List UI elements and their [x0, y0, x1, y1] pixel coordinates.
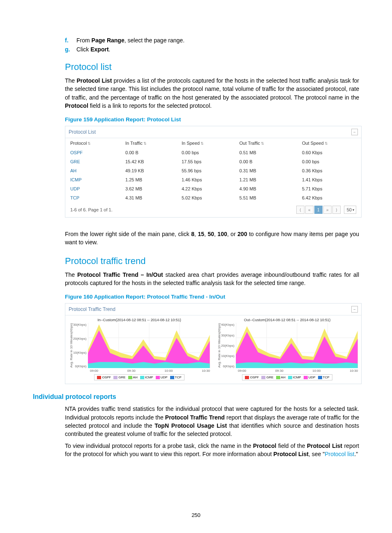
table-row: AH 49.19 KB55.96 bps 0.31 MB0.36 Kbps	[65, 166, 361, 175]
col-protocol[interactable]: Protocol⇅	[65, 138, 120, 148]
protocol-link[interactable]: TCP	[65, 193, 120, 202]
chart-legend: OSPFGREAHICMPUDPTCP	[242, 374, 332, 380]
x-axis-ticks: 09:0009:3010:0010:30	[90, 369, 210, 373]
pager-summary: 1-6 of 6. Page 1 of 1.	[70, 207, 113, 212]
pager-controls: ⟨ « 1 » ⟩ 50 ▾	[296, 206, 356, 214]
legend-item[interactable]: GRE	[113, 375, 125, 379]
minimize-icon[interactable]: −	[351, 306, 358, 313]
legend-item[interactable]: OSPF	[245, 375, 259, 379]
col-in-traffic[interactable]: In Traffic⇅	[120, 138, 177, 148]
pager-current[interactable]: 1	[314, 206, 323, 214]
heading-protocol-list: Protocol list	[65, 62, 359, 72]
page-number: 250	[0, 512, 392, 518]
traffic-trend-panel: Protocol Traffic Trend − In--Custom(2014…	[65, 303, 362, 384]
para-individual-1: NTA provides traffic trend statistics fo…	[65, 405, 359, 438]
legend-item[interactable]: TCP	[318, 375, 330, 379]
legend-item[interactable]: AH	[128, 375, 138, 379]
protocol-link[interactable]: UDP	[65, 184, 120, 193]
legend-item[interactable]: ICMP	[288, 375, 301, 379]
y-axis-ticks: 30(Kbps)20(Kbps)10(Kbps)0(Kbps)	[73, 323, 88, 368]
heading-traffic-trend: Protocol traffic trend	[65, 256, 359, 266]
y-axis-label: Avg. Rate in 10 Minutes(Kbps)	[217, 323, 221, 368]
protocol-link[interactable]: AH	[65, 166, 120, 175]
protocol-link[interactable]: OSPF	[65, 148, 120, 157]
table-row: ICMP 1.25 MB1.46 Kbps 1.21 MB1.41 Kbps	[65, 175, 361, 184]
table-row: UDP 3.62 MB4.22 Kbps 4.90 MB5.71 Kbps	[65, 184, 361, 193]
pager-last[interactable]: ⟩	[332, 206, 341, 214]
y-axis-ticks: 40(Kbps)30(Kbps)20(Kbps)10(Kbps)0(Kbps)	[221, 323, 236, 368]
protocol-list-panel: Protocol List − Protocol⇅ In Traffic⇅ In…	[65, 126, 362, 218]
legend-item[interactable]: GRE	[261, 375, 273, 379]
chart-title-in: In--Custom(2014-08-12 08:51 -- 2014-08-1…	[69, 318, 210, 322]
pager-next[interactable]: »	[323, 206, 332, 214]
plot-area-out	[236, 323, 358, 368]
figure-160-caption: Figure 160 Application Report: Protocol …	[65, 294, 359, 300]
page-size-select[interactable]: 50 ▾	[344, 206, 356, 214]
step-f: f. From Page Range, select the page rang…	[65, 37, 359, 44]
pager-prev[interactable]: «	[305, 206, 314, 214]
table-row: TCP 4.31 MB5.02 Kbps 5.51 MB6.42 Kbps	[65, 193, 361, 202]
sort-icon: ⇅	[325, 141, 328, 146]
sort-icon: ⇅	[143, 141, 147, 146]
col-in-speed[interactable]: In Speed⇅	[177, 138, 235, 148]
panel-title: Protocol Traffic Trend	[69, 306, 115, 312]
chart-out: Out--Custom(2014-08-12 08:51 -- 2014-08-…	[213, 315, 361, 384]
x-axis-ticks: 09:0009:3010:0010:30	[238, 369, 358, 373]
step-marker: f.	[65, 37, 76, 44]
table-row: OSPF 0.00 B0.00 bps 0.51 MB0.60 Kbps	[65, 148, 361, 157]
para-traffic-trend: The Protocol Traffic Trend – In/Out stac…	[65, 271, 359, 287]
legend-item[interactable]: UDP	[156, 375, 168, 379]
para-protocol-list: The Protocol List provides a list of the…	[65, 76, 359, 110]
para-individual-2: To view individual protocol reports for …	[65, 442, 359, 459]
chart-legend: OSPFGREAHICMPUDPTCP	[94, 374, 184, 380]
figure-159-caption: Figure 159 Application Report: Protocol …	[65, 116, 359, 123]
sort-icon: ⇅	[88, 141, 91, 146]
chevron-down-icon: ▾	[353, 208, 354, 212]
protocol-link[interactable]: ICMP	[65, 175, 120, 184]
heading-individual-reports: Individual protocol reports	[33, 393, 359, 401]
legend-item[interactable]: ICMP	[140, 375, 153, 379]
protocol-table: Protocol⇅ In Traffic⇅ In Speed⇅ Out Traf…	[65, 138, 361, 202]
chart-in: In--Custom(2014-08-12 08:51 -- 2014-08-1…	[65, 315, 213, 384]
legend-item[interactable]: UDP	[304, 375, 316, 379]
para-pagesize: From the lower right side of the main pa…	[65, 230, 359, 247]
step-text: Click Export.	[76, 46, 359, 53]
y-axis-label: Avg. Rate in 10 Minutes(Kbps)	[69, 323, 73, 368]
plot-area-in	[88, 323, 210, 368]
sort-icon: ⇅	[201, 141, 204, 146]
step-text: From Page Range, select the page range.	[76, 37, 359, 44]
pager-row: 1-6 of 6. Page 1 of 1. ⟨ « 1 » ⟩ 50 ▾	[65, 202, 361, 217]
minimize-icon[interactable]: −	[351, 129, 358, 135]
chart-title-out: Out--Custom(2014-08-12 08:51 -- 2014-08-…	[217, 318, 358, 322]
link-protocol-list[interactable]: Protocol list	[325, 451, 354, 457]
table-row: GRE 15.42 KB17.55 bps 0.00 B0.00 bps	[65, 157, 361, 166]
pager-first[interactable]: ⟨	[296, 206, 304, 214]
col-out-speed[interactable]: Out Speed⇅	[297, 138, 361, 148]
panel-title: Protocol List	[69, 129, 96, 135]
protocol-link[interactable]: GRE	[65, 157, 120, 166]
sort-icon: ⇅	[261, 141, 264, 146]
step-marker: g.	[65, 46, 76, 53]
legend-item[interactable]: OSPF	[97, 375, 111, 379]
col-out-traffic[interactable]: Out Traffic⇅	[235, 138, 297, 148]
legend-item[interactable]: TCP	[170, 375, 182, 379]
step-g: g. Click Export.	[65, 46, 359, 53]
legend-item[interactable]: AH	[276, 375, 286, 379]
